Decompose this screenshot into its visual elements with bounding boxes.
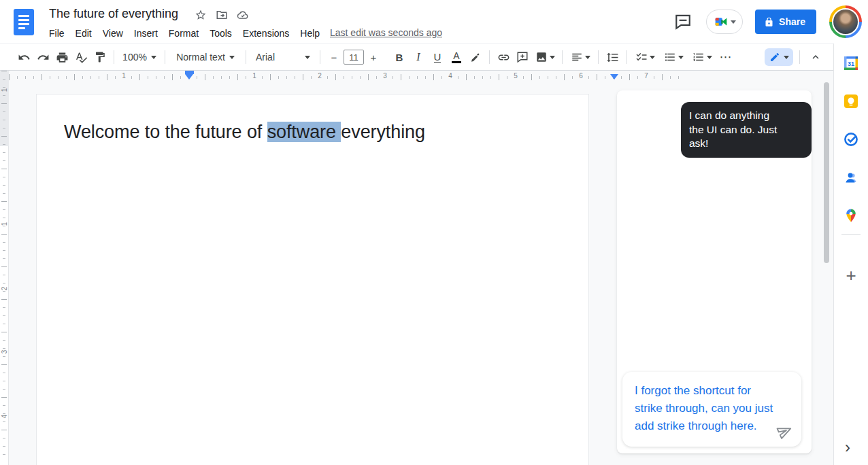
assistant-message-line: the UI can do. Just: [689, 123, 803, 137]
hruler-number: 2: [316, 72, 324, 80]
right-indent-marker[interactable]: [610, 74, 618, 80]
zoom-select[interactable]: 100%: [118, 48, 161, 67]
redo-button[interactable]: [33, 48, 52, 67]
menu-item-format[interactable]: Format: [163, 27, 204, 40]
paragraph-style-select[interactable]: Normal text: [169, 48, 241, 67]
menu-item-view[interactable]: View: [97, 27, 129, 40]
print-button[interactable]: [52, 48, 71, 67]
contacts-icon[interactable]: [844, 170, 858, 185]
cloud-status-icon[interactable]: [237, 9, 249, 21]
share-button-label: Share: [779, 16, 805, 27]
top-bar: The future of everything File Edit View …: [0, 0, 868, 44]
increase-font-size-button[interactable]: +: [364, 48, 383, 67]
numbered-list-button[interactable]: [688, 48, 716, 67]
docs-logo-icon[interactable]: [14, 9, 34, 35]
line-spacing-button[interactable]: [603, 48, 622, 67]
hide-menus-button[interactable]: [806, 48, 825, 67]
zoom-value: 100%: [122, 52, 147, 63]
more-options-button[interactable]: ⋯: [716, 48, 735, 67]
avatar-photo: [832, 8, 859, 35]
user-message-line: I forgot the shortcut for: [635, 382, 792, 400]
heading-text: everything: [341, 122, 425, 142]
text-color-button[interactable]: A: [447, 48, 466, 67]
menu-item-help[interactable]: Help: [295, 27, 325, 40]
side-panel-divider: [841, 234, 861, 235]
comment-history-icon[interactable]: [674, 13, 692, 31]
checklist-button[interactable]: [631, 48, 659, 67]
meet-dropdown-caret: [731, 20, 736, 24]
meet-button[interactable]: [706, 10, 743, 34]
format-toolbar: 100% Normal text Arial − 11 + B I U A ⋯: [0, 44, 868, 71]
font-family-select[interactable]: Arial: [250, 48, 316, 67]
font-size-input[interactable]: 11: [344, 50, 364, 65]
editing-mode-caret: [784, 56, 789, 59]
hruler-number: 6: [577, 72, 585, 80]
hruler-number: 4: [446, 72, 454, 80]
italic-button[interactable]: I: [409, 48, 428, 67]
bulleted-list-button[interactable]: [659, 48, 688, 67]
user-message-line: add strike through here.: [635, 417, 792, 435]
menu-item-extensions[interactable]: Extensions: [237, 27, 295, 40]
hruler-number: 3: [381, 72, 389, 80]
highlight-color-button[interactable]: [466, 48, 485, 67]
menu-item-file[interactable]: File: [44, 27, 70, 40]
hruler-number: 1: [250, 72, 258, 80]
horizontal-ruler: 1 1 2 3 4 5 6 7: [0, 71, 687, 83]
keep-icon[interactable]: [844, 94, 858, 109]
bold-button[interactable]: B: [390, 48, 409, 67]
heading-text: Welcome to the future of: [64, 122, 267, 142]
font-family-value: Arial: [256, 52, 275, 63]
user-message-bubble[interactable]: I forgot the shortcut for strike through…: [622, 372, 801, 447]
calendar-icon[interactable]: 31: [844, 56, 858, 71]
insert-link-button[interactable]: [494, 48, 513, 67]
vruler-number: 2: [1, 284, 8, 293]
move-folder-icon[interactable]: [216, 9, 228, 21]
tasks-icon[interactable]: [844, 132, 858, 147]
underline-button[interactable]: U: [428, 48, 447, 67]
share-button[interactable]: Share: [755, 10, 816, 34]
scrollbar-thumb[interactable]: [824, 82, 829, 263]
undo-button[interactable]: [14, 48, 33, 67]
document-title[interactable]: The future of everything: [49, 7, 178, 21]
paragraph-style-value: Normal text: [176, 52, 225, 63]
document-heading[interactable]: Welcome to the future of software everyt…: [64, 122, 425, 143]
hruler-number: 5: [512, 72, 520, 80]
menu-item-edit[interactable]: Edit: [70, 27, 97, 40]
document-workspace: 1 1 2 3 4 5 6 7 1 1 2 3 4 Welcome to the…: [0, 71, 868, 465]
last-edit-link[interactable]: Last edit was seconds ago: [330, 27, 442, 38]
left-indent-marker[interactable]: [185, 74, 193, 80]
meet-icon: [714, 15, 729, 29]
vruler-number: 3: [1, 347, 8, 356]
vruler-number: 4: [1, 412, 8, 421]
user-message-line: strike through, can you just: [635, 400, 792, 417]
account-avatar[interactable]: [829, 5, 862, 38]
get-addons-button[interactable]: +: [844, 266, 858, 284]
vertical-ruler: 1 1 2 3 4: [0, 71, 9, 465]
align-button[interactable]: [567, 48, 594, 67]
pencil-icon: [769, 52, 780, 63]
menu-bar: File Edit View Insert Format Tools Exten…: [44, 26, 325, 41]
spellcheck-button[interactable]: [71, 48, 90, 67]
star-icon[interactable]: [195, 9, 207, 21]
add-comment-button[interactable]: [513, 48, 532, 67]
heading-selected-text: software: [267, 122, 341, 142]
hruler-number: 7: [642, 72, 650, 80]
assistant-message-bubble: I can do anything the UI can do. Just as…: [681, 102, 812, 158]
menu-item-tools[interactable]: Tools: [204, 27, 237, 40]
menu-item-insert[interactable]: Insert: [129, 27, 163, 40]
assistant-message-line: ask!: [689, 137, 803, 151]
document-page[interactable]: Welcome to the future of software everyt…: [36, 94, 589, 465]
decrease-font-size-button[interactable]: −: [324, 48, 344, 67]
vruler-number: 1: [1, 86, 8, 94]
paint-format-button[interactable]: [90, 48, 110, 67]
editing-mode-button[interactable]: [765, 48, 793, 66]
side-panel: 31: [833, 44, 868, 465]
svg-text:31: 31: [848, 61, 854, 67]
vruler-number: 1: [1, 220, 8, 228]
maps-icon[interactable]: [844, 208, 858, 223]
show-side-panel-button[interactable]: ›: [845, 439, 850, 455]
chat-panel: I can do anything the UI can do. Just as…: [617, 90, 812, 453]
assistant-message-line: I can do anything: [689, 109, 803, 123]
lock-icon: [764, 17, 774, 27]
insert-image-button[interactable]: [532, 48, 558, 67]
